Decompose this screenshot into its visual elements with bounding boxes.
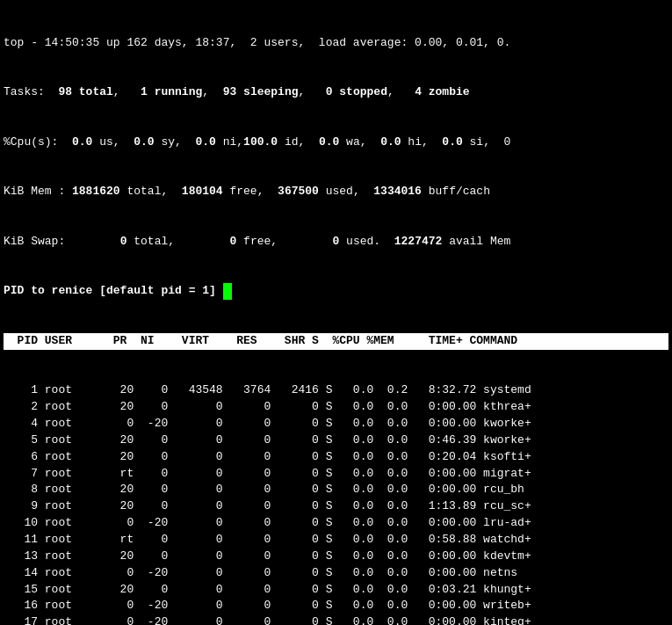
cpu-hi: 0.0 (380, 135, 401, 149)
table-row: 6 root 20 0 0 0 0 S 0.0 0.0 0:20.04 ksof… (4, 449, 668, 466)
tasks-total: 98 total (52, 85, 113, 98)
cpu-id: 100.0 (243, 135, 278, 149)
table-row: 11 root rt 0 0 0 0 S 0.0 0.0 0:58.88 wat… (4, 532, 668, 549)
table-row: 8 root 20 0 0 0 0 S 0.0 0.0 0:00.00 rcu_… (4, 482, 668, 498)
header-line-2: Tasks: 98 total, 1 running, 93 sleeping,… (4, 84, 668, 101)
tasks-zombie: 4 zombie (415, 85, 469, 98)
cpu-sy: 0.0 (134, 135, 154, 149)
table-row: 14 root 0 -20 0 0 0 S 0.0 0.0 0:00.00 ne… (4, 565, 668, 582)
table-row: 2 root 20 0 0 0 0 S 0.0 0.0 0:00.00 kthr… (4, 399, 668, 416)
prompt-text: PID to renice [default pid = 1] (4, 284, 223, 297)
mem-free: 180104 (182, 185, 223, 198)
cpu-us: 0.0 (72, 135, 92, 149)
cpu-wa: 0.0 (319, 135, 339, 149)
process-table: 1 root 20 0 43548 3764 2416 S 0.0 0.2 8:… (4, 382, 668, 625)
table-header-row: PID USER PR NI VIRT RES SHR S %CPU %MEM … (4, 333, 668, 350)
cursor (223, 283, 232, 300)
table-row: 9 root 20 0 0 0 0 S 0.0 0.0 1:13.89 rcu_… (4, 498, 668, 515)
terminal-window: top - 14:50:35 up 162 days, 18:37, 2 use… (0, 0, 672, 625)
mem-used: 367500 (278, 185, 319, 198)
table-row: 1 root 20 0 43548 3764 2416 S 0.0 0.2 8:… (4, 382, 668, 399)
renice-prompt[interactable]: PID to renice [default pid = 1] (4, 283, 668, 300)
table-row: 17 root 0 -20 0 0 0 S 0.0 0.0 0:00.00 ki… (4, 614, 668, 625)
table-row: 4 root 0 -20 0 0 0 S 0.0 0.0 0:00.00 kwo… (4, 416, 668, 432)
header-line-5: KiB Swap: 0 total, 0 free, 0 used. 12274… (4, 234, 668, 251)
table-row: 10 root 0 -20 0 0 0 S 0.0 0.0 0:00.00 lr… (4, 515, 668, 532)
header-line-1: top - 14:50:35 up 162 days, 18:37, 2 use… (4, 35, 668, 52)
swap-avail: 1227472 (394, 235, 443, 248)
table-row: 7 root rt 0 0 0 0 S 0.0 0.0 0:00.00 migr… (4, 466, 668, 483)
cpu-si: 0.0 (442, 135, 462, 149)
table-row: 15 root 20 0 0 0 0 S 0.0 0.0 0:03.21 khu… (4, 582, 668, 599)
mem-total: 1881620 (72, 185, 120, 198)
table-row: 13 root 20 0 0 0 0 S 0.0 0.0 0:00.00 kde… (4, 549, 668, 565)
tasks-sleeping: 93 sleeping (223, 85, 299, 98)
swap-used: 0 (333, 235, 340, 248)
swap-total: 0 (120, 235, 127, 248)
mem-buff: 1334016 (373, 185, 422, 198)
header-line-3: %Cpu(s): 0.0 us, 0.0 sy, 0.0 ni,100.0 id… (4, 134, 668, 151)
cpu-ni: 0.0 (195, 135, 215, 149)
tasks-stopped: 0 stopped (326, 85, 387, 98)
header-line-4: KiB Mem : 1881620 total, 180104 free, 36… (4, 184, 668, 200)
swap-free: 0 (229, 235, 236, 248)
table-row: 16 root 0 -20 0 0 0 S 0.0 0.0 0:00.00 wr… (4, 598, 668, 614)
tasks-running: 1 running (141, 85, 202, 98)
table-row: 5 root 20 0 0 0 0 S 0.0 0.0 0:46.39 kwor… (4, 432, 668, 449)
